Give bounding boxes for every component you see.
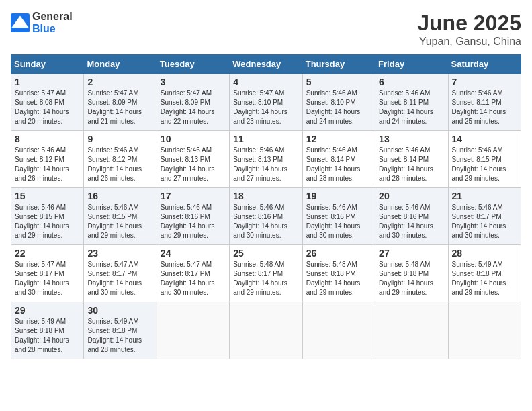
- day-number: 14: [452, 134, 517, 144]
- day-number: 26: [306, 248, 371, 259]
- calendar-cell: 10 Sunrise: 5:46 AM Sunset: 8:13 PM Dayl…: [157, 131, 229, 188]
- calendar-cell: 23 Sunrise: 5:47 AM Sunset: 8:17 PM Dayl…: [84, 245, 157, 302]
- day-number: 23: [87, 248, 152, 259]
- day-number: 7: [452, 77, 517, 87]
- logo-icon: [11, 13, 30, 32]
- title-area: June 2025 Yupan, Gansu, China: [417, 11, 521, 48]
- calendar-week-row: 8 Sunrise: 5:46 AM Sunset: 8:12 PM Dayli…: [11, 131, 521, 188]
- day-number: 6: [379, 77, 444, 87]
- day-number: 11: [233, 134, 298, 144]
- calendar-cell: 2 Sunrise: 5:47 AM Sunset: 8:09 PM Dayli…: [84, 74, 157, 131]
- day-info: Sunrise: 5:46 AM Sunset: 8:15 PM Dayligh…: [87, 203, 152, 240]
- day-info: Sunrise: 5:46 AM Sunset: 8:12 PM Dayligh…: [15, 146, 80, 183]
- calendar-cell: 15 Sunrise: 5:46 AM Sunset: 8:15 PM Dayl…: [11, 188, 84, 245]
- calendar-cell: 4 Sunrise: 5:47 AM Sunset: 8:10 PM Dayli…: [230, 74, 302, 131]
- day-number: 21: [452, 191, 517, 201]
- calendar-cell: 30 Sunrise: 5:49 AM Sunset: 8:18 PM Dayl…: [84, 302, 157, 359]
- day-number: 24: [161, 248, 226, 259]
- header-monday: Monday: [84, 55, 157, 74]
- calendar-cell: 29 Sunrise: 5:49 AM Sunset: 8:18 PM Dayl…: [11, 302, 84, 359]
- calendar-cell: 5 Sunrise: 5:46 AM Sunset: 8:10 PM Dayli…: [302, 74, 375, 131]
- day-number: 25: [233, 248, 298, 259]
- header-wednesday: Wednesday: [230, 55, 302, 74]
- day-info: Sunrise: 5:46 AM Sunset: 8:14 PM Dayligh…: [306, 146, 371, 183]
- calendar-cell: 21 Sunrise: 5:46 AM Sunset: 8:17 PM Dayl…: [448, 188, 521, 245]
- day-number: 13: [379, 134, 444, 144]
- calendar-cell: [230, 302, 302, 359]
- day-number: 22: [15, 248, 80, 259]
- day-number: 20: [379, 191, 444, 201]
- calendar-cell: 18 Sunrise: 5:46 AM Sunset: 8:16 PM Dayl…: [230, 188, 302, 245]
- day-number: 4: [233, 77, 298, 87]
- calendar-cell: 3 Sunrise: 5:47 AM Sunset: 8:09 PM Dayli…: [157, 74, 229, 131]
- day-info: Sunrise: 5:46 AM Sunset: 8:10 PM Dayligh…: [306, 89, 371, 126]
- calendar-cell: [375, 302, 448, 359]
- header-tuesday: Tuesday: [157, 55, 229, 74]
- calendar-week-row: 15 Sunrise: 5:46 AM Sunset: 8:15 PM Dayl…: [11, 188, 521, 245]
- location-title: Yupan, Gansu, China: [417, 36, 521, 48]
- day-number: 5: [306, 77, 371, 87]
- day-info: Sunrise: 5:46 AM Sunset: 8:11 PM Dayligh…: [379, 89, 444, 126]
- day-number: 9: [87, 134, 152, 144]
- calendar-week-row: 22 Sunrise: 5:47 AM Sunset: 8:17 PM Dayl…: [11, 245, 521, 302]
- calendar-cell: 14 Sunrise: 5:46 AM Sunset: 8:15 PM Dayl…: [448, 131, 521, 188]
- day-info: Sunrise: 5:49 AM Sunset: 8:18 PM Dayligh…: [452, 260, 517, 298]
- day-info: Sunrise: 5:47 AM Sunset: 8:17 PM Dayligh…: [87, 260, 152, 298]
- header-saturday: Saturday: [448, 55, 521, 74]
- day-number: 19: [306, 191, 371, 201]
- day-info: Sunrise: 5:46 AM Sunset: 8:12 PM Dayligh…: [87, 146, 152, 183]
- page-header: General Blue June 2025 Yupan, Gansu, Chi…: [11, 11, 521, 48]
- header-sunday: Sunday: [11, 55, 84, 74]
- day-info: Sunrise: 5:46 AM Sunset: 8:16 PM Dayligh…: [306, 203, 371, 240]
- day-info: Sunrise: 5:47 AM Sunset: 8:09 PM Dayligh…: [161, 89, 226, 126]
- day-info: Sunrise: 5:46 AM Sunset: 8:16 PM Dayligh…: [379, 203, 444, 240]
- calendar-cell: 7 Sunrise: 5:46 AM Sunset: 8:11 PM Dayli…: [448, 74, 521, 131]
- calendar-cell: 11 Sunrise: 5:46 AM Sunset: 8:13 PM Dayl…: [230, 131, 302, 188]
- day-number: 28: [452, 248, 517, 259]
- day-number: 3: [161, 77, 226, 87]
- calendar-cell: 24 Sunrise: 5:47 AM Sunset: 8:17 PM Dayl…: [157, 245, 229, 302]
- day-number: 30: [87, 305, 152, 316]
- day-info: Sunrise: 5:46 AM Sunset: 8:13 PM Dayligh…: [233, 146, 298, 183]
- day-number: 2: [87, 77, 152, 87]
- day-info: Sunrise: 5:47 AM Sunset: 8:17 PM Dayligh…: [161, 260, 226, 298]
- header-friday: Friday: [375, 55, 448, 74]
- day-info: Sunrise: 5:49 AM Sunset: 8:18 PM Dayligh…: [15, 317, 80, 355]
- calendar-cell: 22 Sunrise: 5:47 AM Sunset: 8:17 PM Dayl…: [11, 245, 84, 302]
- day-info: Sunrise: 5:46 AM Sunset: 8:16 PM Dayligh…: [161, 203, 226, 240]
- day-info: Sunrise: 5:48 AM Sunset: 8:17 PM Dayligh…: [233, 260, 298, 298]
- calendar-cell: 25 Sunrise: 5:48 AM Sunset: 8:17 PM Dayl…: [230, 245, 302, 302]
- calendar-cell: [157, 302, 229, 359]
- day-number: 18: [233, 191, 298, 201]
- logo-blue: Blue: [32, 23, 56, 34]
- calendar-cell: 28 Sunrise: 5:49 AM Sunset: 8:18 PM Dayl…: [448, 245, 521, 302]
- day-number: 15: [15, 191, 80, 201]
- calendar-cell: 13 Sunrise: 5:46 AM Sunset: 8:14 PM Dayl…: [375, 131, 448, 188]
- day-info: Sunrise: 5:46 AM Sunset: 8:16 PM Dayligh…: [233, 203, 298, 240]
- calendar-cell: 1 Sunrise: 5:47 AM Sunset: 8:08 PM Dayli…: [11, 74, 84, 131]
- day-info: Sunrise: 5:47 AM Sunset: 8:09 PM Dayligh…: [87, 89, 152, 126]
- day-number: 10: [161, 134, 226, 144]
- day-number: 17: [161, 191, 226, 201]
- calendar-cell: 6 Sunrise: 5:46 AM Sunset: 8:11 PM Dayli…: [375, 74, 448, 131]
- calendar-cell: 17 Sunrise: 5:46 AM Sunset: 8:16 PM Dayl…: [157, 188, 229, 245]
- day-info: Sunrise: 5:47 AM Sunset: 8:10 PM Dayligh…: [233, 89, 298, 126]
- calendar-cell: 9 Sunrise: 5:46 AM Sunset: 8:12 PM Dayli…: [84, 131, 157, 188]
- day-number: 8: [15, 134, 80, 144]
- calendar-cell: [448, 302, 521, 359]
- day-info: Sunrise: 5:46 AM Sunset: 8:15 PM Dayligh…: [452, 146, 517, 183]
- day-info: Sunrise: 5:47 AM Sunset: 8:17 PM Dayligh…: [15, 260, 80, 298]
- day-info: Sunrise: 5:47 AM Sunset: 8:08 PM Dayligh…: [15, 89, 80, 126]
- logo-general: General: [32, 11, 73, 22]
- month-title: June 2025: [417, 11, 521, 36]
- day-info: Sunrise: 5:48 AM Sunset: 8:18 PM Dayligh…: [379, 260, 444, 298]
- calendar-cell: 20 Sunrise: 5:46 AM Sunset: 8:16 PM Dayl…: [375, 188, 448, 245]
- calendar-cell: 26 Sunrise: 5:48 AM Sunset: 8:18 PM Dayl…: [302, 245, 375, 302]
- day-info: Sunrise: 5:46 AM Sunset: 8:14 PM Dayligh…: [379, 146, 444, 183]
- calendar-cell: 16 Sunrise: 5:46 AM Sunset: 8:15 PM Dayl…: [84, 188, 157, 245]
- day-number: 27: [379, 248, 444, 259]
- calendar-week-row: 29 Sunrise: 5:49 AM Sunset: 8:18 PM Dayl…: [11, 302, 521, 359]
- logo: General Blue: [11, 11, 73, 35]
- day-number: 16: [87, 191, 152, 201]
- calendar-cell: [302, 302, 375, 359]
